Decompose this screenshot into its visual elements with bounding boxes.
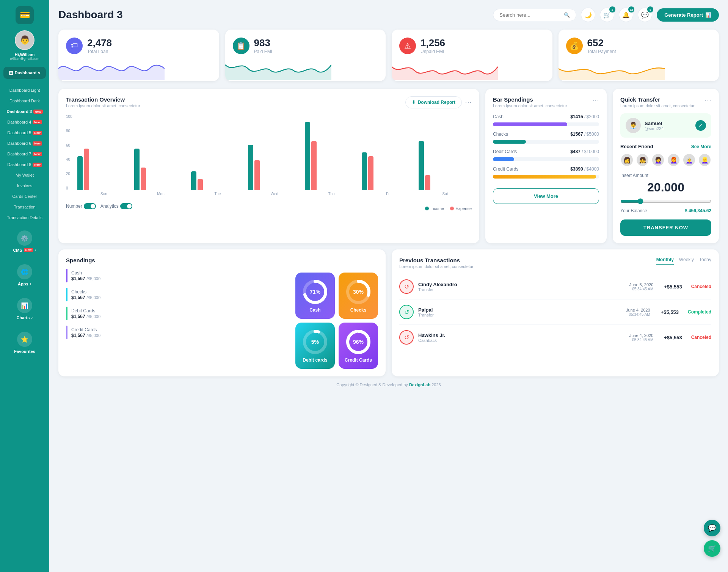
- tab-weekly[interactable]: Weekly: [679, 257, 694, 265]
- tab-today[interactable]: Today: [699, 257, 711, 265]
- message-btn[interactable]: 💬 5: [638, 8, 652, 22]
- generate-report-btn[interactable]: Generate Report 📊: [657, 8, 719, 22]
- sidebar-section-favourites[interactable]: ⭐ Favourites: [0, 328, 49, 358]
- chart-legend: Income Expense: [425, 206, 472, 211]
- bell-badge: 12: [628, 6, 634, 13]
- bar-thu-teal: [305, 122, 310, 190]
- debit-donut-text: 5%: [311, 339, 319, 345]
- download-report-btn[interactable]: ⬇ Download Report: [405, 96, 462, 108]
- dashboard-menu-btn[interactable]: ⊞ Dashboard ∨: [3, 67, 46, 79]
- search-input[interactable]: [499, 12, 561, 18]
- sidebar-item-dashboard-light[interactable]: Dashboard Light: [0, 85, 49, 96]
- friend-avatar-5[interactable]: 👩‍🦳: [682, 153, 696, 167]
- bar-spendings-more-btn[interactable]: ⋯: [592, 96, 599, 105]
- sidebar-item-transaction[interactable]: Transaction: [0, 202, 49, 212]
- amount-display: 20.000: [620, 180, 711, 194]
- number-toggle[interactable]: [84, 203, 96, 209]
- sidebar-item-dashboard-dark[interactable]: Dashboard Dark: [0, 96, 49, 106]
- prev-tx-tabs: Monthly Weekly Today: [656, 257, 711, 265]
- tx-icon-paipal: ↺: [399, 305, 414, 319]
- sidebar-nav: Dashboard Light Dashboard Dark Dashboard…: [0, 85, 49, 223]
- unpaid-emi-icon: ⚠: [399, 38, 416, 54]
- friend-avatar-6[interactable]: 👱‍♀️: [698, 153, 711, 167]
- search-icon: 🔍: [564, 12, 570, 18]
- bottom-grid: Spendings Cash $1,567 /$5,000: [58, 249, 719, 376]
- tx-overview-title: Transaction Overview: [66, 96, 140, 103]
- sidebar-item-invoices[interactable]: Invoices: [0, 180, 49, 191]
- prev-tx-title: Previous Transactions: [399, 257, 474, 263]
- cash-donut-text: 71%: [310, 289, 320, 295]
- spending-row-debit: Debit Cards $487 / $10000: [493, 149, 599, 161]
- sidebar-item-dashboard-6[interactable]: Dashboard 6New: [0, 138, 49, 149]
- bar-thu-coral: [311, 141, 317, 190]
- user-avatar: 👨: [15, 30, 35, 50]
- bar-group-sun: [77, 149, 130, 190]
- quick-transfer-subtitle: Lorem ipsum dolor sit amet, consectetur: [620, 103, 695, 108]
- sidebar-user: 👨 Hi,William william@gmail.com: [10, 30, 39, 61]
- sidebar-section-charts[interactable]: 📊 Charts ›: [0, 294, 49, 324]
- user-selected-icon: ✓: [695, 120, 706, 131]
- chart-x-labels: Sun Mon Tue Wed Thu Fri Sat: [66, 192, 472, 196]
- sidebar-item-transaction-details[interactable]: Transaction Details: [0, 212, 49, 223]
- quick-transfer-card: Quick Transfer Lorem ipsum dolor sit ame…: [613, 89, 719, 243]
- footer-brand-link[interactable]: DexignLab: [409, 382, 430, 387]
- theme-toggle-btn[interactable]: 🌙: [581, 8, 595, 22]
- support-fab[interactable]: 💬: [704, 520, 720, 536]
- bar-sat-teal: [419, 141, 424, 190]
- checks-bar-fill: [493, 140, 526, 144]
- sidebar-item-dashboard-4[interactable]: Dashboard 4New: [0, 117, 49, 127]
- bar-group-sat: [419, 141, 472, 190]
- chart-y-labels: 100 80 60 40 20 0: [66, 114, 72, 190]
- spendings-title: Spendings: [66, 257, 378, 263]
- cart-btn[interactable]: 🛒 2: [600, 8, 614, 22]
- stat-card-total-loan: 🏷 2,478 Total Loan: [58, 30, 219, 81]
- analytics-toggle[interactable]: [120, 203, 132, 209]
- sidebar-item-my-wallet[interactable]: My Wallet: [0, 170, 49, 180]
- previous-transactions-card: Previous Transactions Lorem ipsum dolor …: [392, 249, 719, 376]
- friend-avatar-2[interactable]: 👧: [636, 153, 649, 167]
- debit-donut-label: Debit cards: [303, 357, 327, 363]
- sidebar-item-dashboard-3[interactable]: Dashboard 3New: [0, 106, 49, 117]
- bar-group-fri: [362, 152, 415, 190]
- recent-friend-label: Recent Friend: [620, 144, 653, 149]
- paid-emi-number: 983: [254, 37, 273, 49]
- sidebar-item-cards-center[interactable]: Cards Center: [0, 191, 49, 202]
- spending-cat-debit: Debit Cards $1,567 /$5,000: [66, 307, 288, 320]
- friend-avatar-3[interactable]: 👩‍🦱: [651, 153, 665, 167]
- total-loan-number: 2,478: [87, 37, 112, 49]
- friend-avatar-1[interactable]: 👩: [620, 153, 634, 167]
- floating-buttons: 💬 🛒: [704, 520, 720, 557]
- content-grid: Transaction Overview Lorem ipsum dolor s…: [58, 89, 719, 243]
- cart-fab[interactable]: 🛒: [704, 540, 720, 557]
- tab-monthly[interactable]: Monthly: [656, 257, 674, 265]
- quick-transfer-title: Quick Transfer: [620, 96, 695, 103]
- sidebar-item-dashboard-8[interactable]: Dashboard 8New: [0, 159, 49, 170]
- tx-row-cindy: ↺ Cindy Alexandro Transfer June 5, 2020 …: [399, 274, 711, 299]
- bell-btn[interactable]: 🔔 12: [619, 8, 633, 22]
- quick-transfer-more-btn[interactable]: ⋯: [704, 96, 711, 105]
- see-more-link[interactable]: See More: [691, 144, 711, 149]
- bar-group-mon: [134, 149, 187, 190]
- tx-overview-more-btn[interactable]: ⋯: [465, 98, 472, 107]
- transfer-now-btn[interactable]: TRANSFER NOW: [620, 219, 711, 236]
- amount-slider[interactable]: [620, 198, 711, 204]
- expense-dot: [450, 207, 454, 210]
- total-loan-icon: 🏷: [66, 38, 83, 54]
- unpaid-emi-wave: [392, 57, 498, 80]
- bar-group-tue: [191, 171, 244, 190]
- sidebar-item-dashboard-7[interactable]: Dashboard 7New: [0, 149, 49, 159]
- sidebar-section-apps[interactable]: 🌐 Apps ›: [0, 260, 49, 290]
- unpaid-emi-number: 1,256: [420, 37, 445, 49]
- bar-tue-teal: [191, 171, 196, 190]
- sidebar-item-dashboard-5[interactable]: Dashboard 5New: [0, 127, 49, 138]
- spending-cat-credit: Credit Cards $1,567 /$5,000: [66, 326, 288, 339]
- total-loan-wave: [58, 57, 165, 80]
- spendings-categories: Cash $1,567 /$5,000 Checks $1,56: [66, 269, 288, 369]
- friend-avatar-4[interactable]: 👩‍🦰: [667, 153, 680, 167]
- bar-mon-teal: [134, 149, 140, 190]
- cash-bar-fill: [493, 122, 567, 126]
- sidebar-section-cms[interactable]: ⚙️ CMS New ›: [0, 227, 49, 257]
- spending-cat-cash: Cash $1,567 /$5,000: [66, 269, 288, 282]
- view-more-btn[interactable]: View More: [493, 188, 599, 204]
- transfer-user-card: 👨‍💼 Samuel @sam224 ✓: [620, 113, 711, 138]
